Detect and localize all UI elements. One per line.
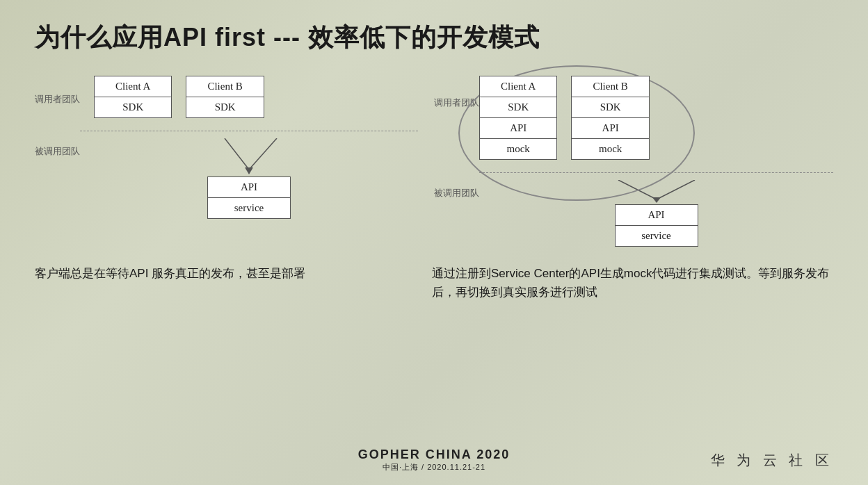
footer-logo-text: GOPHER CHINA 2020 xyxy=(301,447,568,462)
diagrams-row: 调用者团队 Client A SDK Client B SDK xyxy=(35,76,833,247)
left-service-cell: service xyxy=(208,198,290,218)
left-converge-arrows xyxy=(179,138,319,176)
left-client-a-top: Client A xyxy=(95,76,171,97)
svg-marker-5 xyxy=(652,197,661,203)
left-consumer-label: 调用者团队 xyxy=(35,93,80,106)
right-client-b-row1: Client B xyxy=(572,76,648,97)
right-service-cell: service xyxy=(616,226,698,246)
right-api-cell: API xyxy=(616,205,698,226)
left-client-boxes-row: Client A SDK Client B SDK xyxy=(94,76,418,118)
footer-brand: 华 为 云 社 区 xyxy=(711,451,833,470)
svg-marker-2 xyxy=(245,167,253,174)
svg-line-4 xyxy=(657,180,695,199)
right-consumer-label: 调用者团队 xyxy=(434,97,479,109)
right-area: Client A SDK API mock Client B xyxy=(479,76,833,160)
footer: GOPHER CHINA 2020 中国·上海 / 2020.11.21-21 … xyxy=(0,447,868,472)
right-client-b-row2: SDK xyxy=(572,97,648,118)
left-provider-label: 被调用团队 xyxy=(35,145,80,158)
right-client-b-full-box: Client B SDK API mock xyxy=(571,76,649,160)
left-upper: 调用者团队 Client A SDK Client B SDK xyxy=(35,76,418,118)
descriptions-row: 客户端总是在等待API 服务真正的发布，甚至是部署 通过注册到Service C… xyxy=(35,264,833,302)
right-client-a-row2: SDK xyxy=(480,97,556,118)
right-client-a-row1: Client A xyxy=(480,76,556,97)
slide-title: 为什么应用API first --- 效率低下的开发模式 xyxy=(35,21,833,55)
left-api-service-box: API service xyxy=(207,176,291,219)
right-client-b-row4: mock xyxy=(572,139,648,159)
desc-right: 通过注册到Service Center的API生成mock代码进行集成测试。等到… xyxy=(418,264,833,302)
right-boxes-row: Client A SDK API mock Client B xyxy=(479,76,650,160)
right-client-b-row3: API xyxy=(572,118,648,139)
right-client-a-row4: mock xyxy=(480,139,556,159)
desc-left: 客户端总是在等待API 服务真正的发布，甚至是部署 xyxy=(35,264,418,302)
left-api-cell: API xyxy=(208,177,290,198)
footer-subtitle: 中国·上海 / 2020.11.21-21 xyxy=(301,462,568,472)
right-dashed-line xyxy=(479,172,833,173)
left-dashed-line xyxy=(80,131,418,131)
right-api-service-box: API service xyxy=(615,204,698,247)
left-client-b-top: Client B xyxy=(186,76,263,97)
right-client-a-row3: API xyxy=(480,118,556,139)
right-converge-arrows xyxy=(580,180,733,204)
svg-line-0 xyxy=(225,138,249,170)
svg-line-3 xyxy=(618,180,657,199)
slide: 为什么应用API first --- 效率低下的开发模式 调用者团队 Clien… xyxy=(0,0,868,485)
right-provider-label: 被调用团队 xyxy=(434,187,479,199)
right-label-col: 调用者团队 xyxy=(434,76,479,109)
left-client-a-bottom: SDK xyxy=(95,97,171,117)
right-client-a-full-box: Client A SDK API mock xyxy=(479,76,557,160)
left-client-a-box: Client A SDK xyxy=(94,76,172,118)
footer-logo: GOPHER CHINA 2020 中国·上海 / 2020.11.21-21 xyxy=(301,447,568,472)
left-client-b-box: Client B SDK xyxy=(186,76,264,118)
svg-line-1 xyxy=(249,138,277,170)
left-label-col: 调用者团队 xyxy=(35,76,80,106)
left-diagram: 调用者团队 Client A SDK Client B SDK xyxy=(35,76,418,247)
right-diagram: 调用者团队 Client A SDK API xyxy=(434,76,833,247)
left-boxes-area: Client A SDK Client B SDK xyxy=(80,76,418,118)
oval-wrapper: Client A SDK API mock Client B xyxy=(479,76,650,160)
left-client-b-bottom: SDK xyxy=(186,97,263,117)
